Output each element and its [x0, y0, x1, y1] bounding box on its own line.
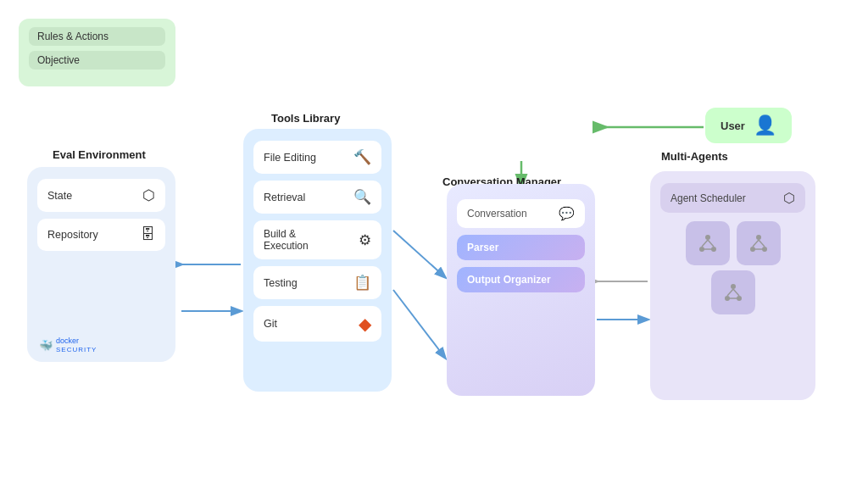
tool-testing-icon: 📋: [353, 274, 371, 292]
eval-state-label: State: [47, 190, 72, 202]
cm-tag-rules: Rules & Actions: [29, 27, 165, 46]
agent-network-icon-2: [747, 231, 771, 255]
eval-repo-row: Repository 🗄: [37, 219, 165, 251]
agent-node-3: [711, 270, 755, 314]
user-label: User: [721, 120, 745, 132]
svg-line-16: [733, 289, 739, 296]
svg-point-0: [705, 235, 710, 240]
conv-conversation-label: Conversation: [467, 208, 527, 220]
arrow-tools-to-conv-lower: [393, 290, 445, 358]
tool-testing: Testing 📋: [253, 266, 381, 299]
svg-point-12: [731, 284, 736, 289]
conversation-flow-panel: Conversation 💬 Parser Output Organizer: [447, 184, 595, 396]
tool-git-label: Git: [264, 318, 277, 330]
agent-node-2: [737, 221, 781, 265]
user-box: User 👤: [705, 108, 792, 143]
eval-repo-label: Repository: [47, 229, 98, 241]
tool-retrieval-icon: 🔍: [353, 188, 371, 206]
agent-scheduler-label: Agent Scheduler: [670, 192, 746, 204]
eval-state-icon: ⬡: [142, 186, 155, 204]
svg-line-3: [702, 240, 708, 247]
tool-build-execution-icon: ⚙: [359, 231, 371, 249]
multi-agents-title: Multi-Agents: [661, 150, 728, 163]
tool-build-execution-label: Build &Execution: [264, 228, 309, 252]
eval-environment-panel: State ⬡ Repository 🗄 🐳 dockerSECURITY: [27, 167, 175, 362]
eval-state-row: State ⬡: [37, 179, 165, 212]
tool-build-execution: Build &Execution ⚙: [253, 220, 381, 259]
docker-logo-icon: 🐳: [39, 339, 53, 352]
tools-library-title: Tools Library: [271, 112, 340, 125]
eval-environment-title: Eval Environment: [53, 148, 146, 161]
arrow-tools-to-conv-upper: [393, 231, 445, 277]
agent-network-icon-3: [721, 281, 745, 304]
agent-scheduler-icon: ⬡: [783, 190, 795, 206]
tools-library-panel: File Editing 🔨 Retrieval 🔍 Build &Execut…: [243, 129, 392, 392]
conv-output-label: Output Organizer: [467, 274, 551, 286]
svg-point-6: [756, 235, 761, 240]
agent-nodes-top-row: [660, 221, 805, 265]
tool-git: Git ◆: [253, 306, 381, 342]
conversation-manager-panel: Rules & Actions Objective: [19, 19, 175, 86]
conv-conversation-icon: 💬: [559, 206, 575, 221]
conv-box-parser: Parser: [457, 235, 585, 260]
cm-tag-objective: Objective: [29, 51, 165, 70]
diagram: State ⬡ Repository 🗄 🐳 dockerSECURITY Ev…: [19, 19, 849, 476]
tool-retrieval: Retrieval 🔍: [253, 181, 381, 214]
agent-nodes-bottom-row: [660, 270, 805, 314]
tool-file-editing: File Editing 🔨: [253, 141, 381, 174]
user-icon: 👤: [754, 114, 776, 136]
docker-label: dockerSECURITY: [56, 336, 97, 353]
conv-parser-label: Parser: [467, 242, 498, 253]
svg-line-15: [727, 289, 733, 296]
svg-line-4: [708, 240, 714, 247]
tool-testing-label: Testing: [264, 277, 298, 289]
eval-repo-icon: 🗄: [141, 226, 155, 243]
multi-agents-panel: Agent Scheduler ⬡: [650, 171, 815, 400]
svg-line-10: [759, 240, 765, 247]
docker-badge: 🐳 dockerSECURITY: [39, 336, 97, 353]
agent-node-1: [686, 221, 730, 265]
agent-scheduler-box: Agent Scheduler ⬡: [660, 183, 805, 213]
tool-retrieval-label: Retrieval: [264, 192, 305, 203]
svg-line-9: [753, 240, 759, 247]
conv-box-conversation: Conversation 💬: [457, 199, 585, 228]
tool-file-editing-label: File Editing: [264, 152, 316, 164]
conv-box-output: Output Organizer: [457, 267, 585, 292]
tool-git-icon: ◆: [359, 314, 371, 334]
tool-file-editing-icon: 🔨: [353, 148, 371, 166]
agent-network-icon-1: [696, 231, 720, 255]
